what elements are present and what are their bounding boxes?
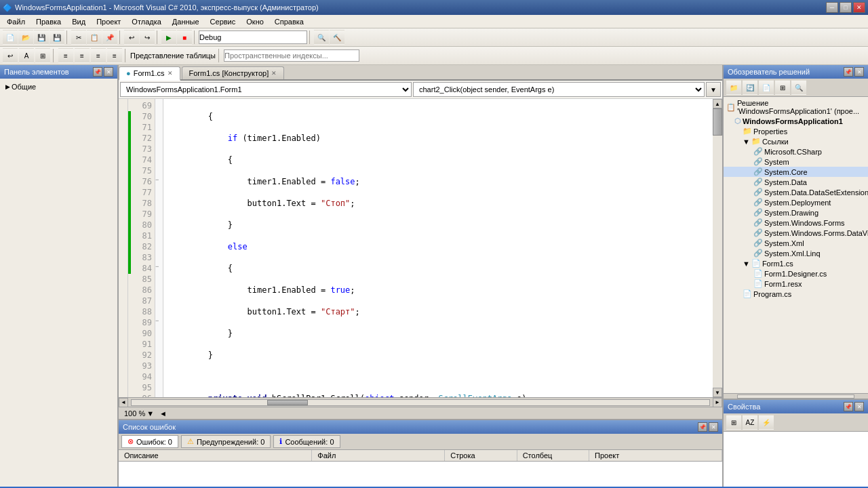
scroll-left-btn[interactable]: ◄ — [119, 398, 128, 407]
ref-system-winforms-dataviz[interactable]: 🔗 System.Windows.Forms.DataVisualizati..… — [724, 228, 868, 238]
tb2-btn-5[interactable]: ≡ — [91, 48, 106, 63]
minimize-button[interactable]: ─ — [826, 2, 838, 13]
solution-pin-btn[interactable]: 📌 — [844, 67, 853, 77]
col-file[interactable]: Файл — [312, 450, 445, 461]
form1resx-node[interactable]: 📄 Form1.resx — [724, 279, 868, 289]
vertical-scrollbar[interactable]: ▲ ▼ — [713, 99, 722, 397]
ref-system-xml-linq[interactable]: 🔗 System.Xml.Linq — [724, 248, 868, 258]
scroll-track[interactable] — [713, 108, 722, 388]
ref-system-xml[interactable]: 🔗 System.Xml — [724, 238, 868, 248]
solution-root[interactable]: 📋 Решение 'WindowsFormsApplication1' (пр… — [724, 98, 868, 116]
toolbar-btn-cut[interactable]: ✂ — [71, 30, 86, 45]
errors-tab[interactable]: ⊗ Ошибок: 0 — [121, 435, 178, 448]
menu-help[interactable]: Справка — [269, 16, 309, 27]
menu-view[interactable]: Вид — [66, 16, 91, 27]
sol-tb-btn-3[interactable]: 📄 — [759, 80, 774, 95]
menu-data[interactable]: Данные — [167, 16, 205, 27]
toolbar-btn-saveall[interactable]: 💾 — [50, 30, 64, 45]
program-node[interactable]: 📄 Program.cs — [724, 289, 868, 299]
solution-hscroll[interactable] — [724, 393, 868, 399]
horizontal-scrollbar[interactable]: ◄ ► — [119, 397, 722, 407]
error-panel-pin[interactable]: 📌 — [698, 422, 707, 432]
toolbar-btn-paste[interactable]: 📌 — [102, 30, 117, 45]
left-panel-pin[interactable]: 📌 — [93, 67, 102, 77]
col-project[interactable]: Проект — [589, 450, 722, 461]
menu-file[interactable]: Файл — [1, 16, 31, 27]
ref-system-winforms[interactable]: 🔗 System.Windows.Forms — [724, 218, 868, 228]
sol-tb-btn-1[interactable]: 📁 — [726, 80, 741, 95]
form1cs-node[interactable]: ▼ 📄 Form1.cs — [724, 258, 868, 268]
ref-system-core[interactable]: 🔗 System.Core — [724, 167, 868, 177]
warnings-tab[interactable]: ⚠ Предупреждений: 0 — [181, 435, 271, 448]
class-dropdown[interactable]: WindowsFormsApplication1.Form1 — [120, 82, 412, 97]
tab-form1cs-designer[interactable]: Form1.cs [Конструктор] ✕ — [182, 66, 285, 79]
menu-tools[interactable]: Сервис — [205, 16, 241, 27]
code-text[interactable]: { if (timer1.Enabled) { timer1.Enabled =… — [163, 99, 713, 397]
props-sort-cat[interactable]: ⊞ — [726, 415, 741, 430]
search-spatial-input[interactable] — [224, 49, 359, 62]
tb2-btn-4[interactable]: ≡ — [75, 48, 90, 63]
tab-form1cs[interactable]: ● Form1.cs ✕ — [119, 66, 180, 81]
ref-system[interactable]: 🔗 System — [724, 157, 868, 167]
toolbar-btn-build[interactable]: 🔨 — [330, 30, 344, 45]
tb2-btn-1[interactable]: ↩ — [3, 48, 18, 63]
scroll-hthumb[interactable] — [267, 400, 308, 405]
sol-tb-btn-5[interactable]: 🔍 — [791, 80, 806, 95]
props-close-btn[interactable]: ✕ — [854, 402, 864, 411]
close-button[interactable]: ✕ — [853, 2, 865, 13]
messages-tab[interactable]: ℹ Сообщений: 0 — [273, 435, 340, 448]
scroll-right-btn[interactable]: ► — [713, 398, 722, 407]
toolbar-btn-stop[interactable]: ■ — [177, 30, 192, 45]
props-pin-btn[interactable]: 📌 — [844, 402, 853, 411]
solution-close-btn[interactable]: ✕ — [854, 67, 864, 77]
error-panel-close[interactable]: ✕ — [709, 422, 718, 432]
method-dropdown[interactable]: chart2_Click(object sender, EventArgs e) — [413, 82, 705, 97]
sol-tb-btn-2[interactable]: 🔄 — [743, 80, 757, 95]
toolbar-btn-undo[interactable]: ↩ — [124, 30, 139, 45]
tb2-btn-6[interactable]: ≡ — [107, 48, 122, 63]
toolbar-btn-start[interactable]: ▶ — [161, 30, 176, 45]
col-column[interactable]: Столбец — [517, 450, 589, 461]
code-editor[interactable]: 69 70 71 72 73 74 75 76 77 78 79 80 81 8… — [119, 99, 722, 397]
scroll-up-btn[interactable]: ▲ — [713, 99, 722, 108]
tb2-btn-3[interactable]: ≡ — [58, 48, 73, 63]
zoom-control[interactable]: 100 % ▼ — [124, 409, 154, 418]
col-description[interactable]: Описание — [119, 450, 312, 461]
left-panel-close[interactable]: ✕ — [104, 67, 113, 77]
tb2-btn-2[interactable]: A — [19, 48, 34, 63]
tb2-btn-table[interactable]: ⊞ — [35, 48, 50, 63]
scroll-thumb[interactable] — [713, 108, 722, 136]
menu-debug[interactable]: Отладка — [126, 16, 166, 27]
props-events[interactable]: ⚡ — [759, 415, 774, 430]
toolbar-btn-save[interactable]: 💾 — [34, 30, 49, 45]
project-node[interactable]: ⬡ WindowsFormsApplication1 — [724, 116, 868, 126]
menu-project[interactable]: Проект — [91, 16, 126, 27]
properties-node[interactable]: 📁 Properties — [724, 126, 868, 136]
scroll-htrack[interactable] — [131, 399, 710, 406]
props-sort-alpha[interactable]: AZ — [743, 415, 757, 430]
zoom-dropdown-icon[interactable]: ▼ — [146, 409, 154, 418]
ref-system-deploy[interactable]: 🔗 System.Deployment — [724, 197, 868, 207]
code-expand-btn[interactable]: ▼ — [706, 82, 721, 97]
ref-system-data[interactable]: 🔗 System.Data — [724, 177, 868, 187]
sol-tb-btn-4[interactable]: ⊞ — [775, 80, 790, 95]
ref-system-data-ext[interactable]: 🔗 System.Data.DataSetExtensions — [724, 187, 868, 197]
solution-config-dropdown[interactable] — [199, 30, 307, 44]
toolbar-btn-find[interactable]: 🔍 — [314, 30, 329, 45]
scroll-down-btn[interactable]: ▼ — [713, 388, 722, 397]
menu-edit[interactable]: Правка — [31, 16, 66, 27]
references-node[interactable]: ▼ 📁 Ссылки — [724, 136, 868, 146]
toolbar-btn-redo[interactable]: ↪ — [140, 30, 155, 45]
tab-form1cs-close[interactable]: ✕ — [167, 70, 173, 77]
menu-window[interactable]: Окно — [241, 16, 269, 27]
col-line[interactable]: Строка — [445, 450, 517, 461]
toolbar-btn-copy[interactable]: 📋 — [87, 30, 102, 45]
form1designer-node[interactable]: 📄 Form1.Designer.cs — [724, 268, 868, 279]
ref-microsoft-csharp[interactable]: 🔗 Microsoft.CSharp — [724, 146, 868, 157]
maximize-button[interactable]: □ — [840, 2, 852, 13]
toolbar-btn-open[interactable]: 📂 — [18, 30, 33, 45]
toolbar-btn-new[interactable]: 📄 — [3, 30, 18, 45]
toolbox-general-item[interactable]: ▶ Общие — [0, 81, 117, 92]
tab-form1cs-designer-close[interactable]: ✕ — [271, 70, 277, 77]
ref-system-drawing[interactable]: 🔗 System.Drawing — [724, 207, 868, 218]
